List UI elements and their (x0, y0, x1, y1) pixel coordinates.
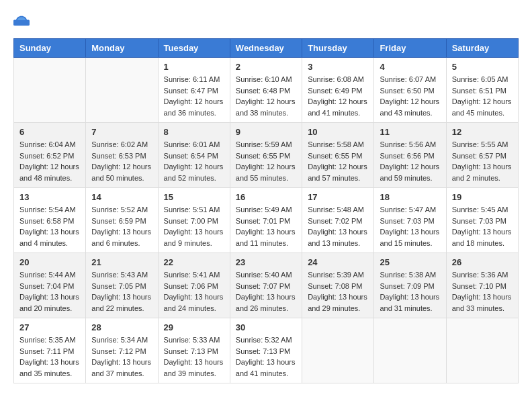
day-info: Sunrise: 6:08 AMSunset: 6:49 PMDaylight:… (308, 74, 368, 118)
day-number: 12 (452, 127, 513, 137)
calendar-cell: 12Sunrise: 5:55 AMSunset: 6:57 PMDayligh… (446, 123, 518, 188)
calendar-week-row: 1Sunrise: 6:11 AMSunset: 6:47 PMDaylight… (14, 58, 519, 123)
day-info: Sunrise: 5:56 AMSunset: 6:56 PMDaylight:… (380, 139, 440, 183)
day-info: Sunrise: 5:39 AMSunset: 7:08 PMDaylight:… (308, 269, 368, 314)
day-info: Sunrise: 5:43 AMSunset: 7:05 PMDaylight:… (91, 269, 152, 314)
day-number: 21 (91, 257, 152, 267)
day-number: 24 (308, 257, 368, 267)
calendar-cell (86, 58, 158, 123)
day-info: Sunrise: 6:07 AMSunset: 6:50 PMDaylight:… (380, 74, 440, 118)
logo-icon (13, 15, 30, 27)
day-number: 9 (236, 127, 296, 137)
calendar-cell: 9Sunrise: 5:59 AMSunset: 6:55 PMDaylight… (230, 123, 302, 188)
day-number: 29 (164, 322, 224, 332)
calendar-cell: 29Sunrise: 5:33 AMSunset: 7:13 PMDayligh… (158, 318, 230, 383)
day-number: 23 (236, 257, 296, 267)
day-number: 3 (308, 62, 368, 72)
day-number: 25 (380, 257, 440, 267)
day-info: Sunrise: 5:38 AMSunset: 7:09 PMDaylight:… (380, 269, 440, 314)
day-number: 18 (380, 192, 440, 202)
day-number: 16 (236, 192, 296, 202)
day-info: Sunrise: 5:40 AMSunset: 7:07 PMDaylight:… (236, 269, 296, 314)
day-info: Sunrise: 6:10 AMSunset: 6:48 PMDaylight:… (236, 74, 296, 118)
day-info: Sunrise: 6:11 AMSunset: 6:47 PMDaylight:… (164, 74, 224, 118)
calendar-cell: 18Sunrise: 5:47 AMSunset: 7:03 PMDayligh… (374, 188, 446, 253)
calendar-cell: 23Sunrise: 5:40 AMSunset: 7:07 PMDayligh… (230, 253, 302, 318)
calendar-cell: 13Sunrise: 5:54 AMSunset: 6:58 PMDayligh… (14, 188, 86, 253)
calendar-cell: 14Sunrise: 5:52 AMSunset: 6:59 PMDayligh… (86, 188, 158, 253)
calendar-week-row: 13Sunrise: 5:54 AMSunset: 6:58 PMDayligh… (14, 188, 519, 253)
calendar-cell (374, 318, 446, 383)
calendar-cell (446, 318, 518, 383)
calendar-header-row: SundayMondayTuesdayWednesdayThursdayFrid… (14, 39, 519, 58)
day-info: Sunrise: 6:01 AMSunset: 6:54 PMDaylight:… (164, 139, 224, 183)
calendar-cell: 30Sunrise: 5:32 AMSunset: 7:13 PMDayligh… (230, 318, 302, 383)
day-number: 6 (19, 127, 80, 137)
header-thursday: Thursday (302, 39, 374, 58)
calendar-cell: 27Sunrise: 5:35 AMSunset: 7:11 PMDayligh… (14, 318, 86, 383)
header-sunday: Sunday (14, 39, 86, 58)
calendar-cell: 8Sunrise: 6:01 AMSunset: 6:54 PMDaylight… (158, 123, 230, 188)
calendar-cell: 28Sunrise: 5:34 AMSunset: 7:12 PMDayligh… (86, 318, 158, 383)
svg-rect-0 (14, 20, 29, 25)
header-monday: Monday (86, 39, 158, 58)
day-number: 2 (236, 62, 296, 72)
day-number: 11 (380, 127, 440, 137)
calendar-cell: 22Sunrise: 5:41 AMSunset: 7:06 PMDayligh… (158, 253, 230, 318)
calendar-week-row: 20Sunrise: 5:44 AMSunset: 7:04 PMDayligh… (14, 253, 519, 318)
day-info: Sunrise: 5:49 AMSunset: 7:01 PMDaylight:… (236, 204, 296, 248)
day-info: Sunrise: 5:36 AMSunset: 7:10 PMDaylight:… (452, 269, 513, 314)
day-number: 1 (164, 62, 224, 72)
day-info: Sunrise: 5:54 AMSunset: 6:58 PMDaylight:… (19, 204, 80, 248)
day-number: 8 (164, 127, 224, 137)
calendar-cell: 25Sunrise: 5:38 AMSunset: 7:09 PMDayligh… (374, 253, 446, 318)
day-number: 19 (452, 192, 513, 202)
day-info: Sunrise: 5:35 AMSunset: 7:11 PMDaylight:… (19, 334, 80, 379)
day-info: Sunrise: 6:04 AMSunset: 6:52 PMDaylight:… (19, 139, 80, 183)
calendar-cell: 4Sunrise: 6:07 AMSunset: 6:50 PMDaylight… (374, 58, 446, 123)
day-number: 17 (308, 192, 368, 202)
day-info: Sunrise: 5:33 AMSunset: 7:13 PMDaylight:… (164, 334, 224, 379)
day-info: Sunrise: 5:51 AMSunset: 7:00 PMDaylight:… (164, 204, 224, 248)
header-wednesday: Wednesday (230, 39, 302, 58)
day-info: Sunrise: 5:47 AMSunset: 7:03 PMDaylight:… (380, 204, 440, 248)
calendar-cell: 15Sunrise: 5:51 AMSunset: 7:00 PMDayligh… (158, 188, 230, 253)
day-info: Sunrise: 5:52 AMSunset: 6:59 PMDaylight:… (91, 204, 152, 248)
calendar-cell: 20Sunrise: 5:44 AMSunset: 7:04 PMDayligh… (14, 253, 86, 318)
day-number: 30 (236, 322, 296, 332)
day-info: Sunrise: 5:44 AMSunset: 7:04 PMDaylight:… (19, 269, 80, 314)
calendar-cell: 1Sunrise: 6:11 AMSunset: 6:47 PMDaylight… (158, 58, 230, 123)
calendar-cell: 11Sunrise: 5:56 AMSunset: 6:56 PMDayligh… (374, 123, 446, 188)
day-info: Sunrise: 5:55 AMSunset: 6:57 PMDaylight:… (452, 139, 513, 183)
day-number: 10 (308, 127, 368, 137)
day-number: 4 (380, 62, 440, 72)
day-number: 7 (91, 127, 152, 137)
calendar-week-row: 27Sunrise: 5:35 AMSunset: 7:11 PMDayligh… (14, 318, 519, 383)
calendar-cell: 21Sunrise: 5:43 AMSunset: 7:05 PMDayligh… (86, 253, 158, 318)
day-number: 14 (91, 192, 152, 202)
header-saturday: Saturday (446, 39, 518, 58)
day-info: Sunrise: 5:48 AMSunset: 7:02 PMDaylight:… (308, 204, 368, 248)
day-info: Sunrise: 5:32 AMSunset: 7:13 PMDaylight:… (236, 334, 296, 379)
day-number: 27 (19, 322, 80, 332)
calendar-cell: 2Sunrise: 6:10 AMSunset: 6:48 PMDaylight… (230, 58, 302, 123)
logo (13, 13, 32, 28)
calendar-cell: 24Sunrise: 5:39 AMSunset: 7:08 PMDayligh… (302, 253, 374, 318)
header-friday: Friday (374, 39, 446, 58)
calendar-cell (14, 58, 86, 123)
day-info: Sunrise: 5:34 AMSunset: 7:12 PMDaylight:… (91, 334, 152, 379)
day-number: 26 (452, 257, 513, 267)
calendar-cell (302, 318, 374, 383)
calendar-cell: 10Sunrise: 5:58 AMSunset: 6:55 PMDayligh… (302, 123, 374, 188)
day-info: Sunrise: 6:02 AMSunset: 6:53 PMDaylight:… (91, 139, 152, 183)
calendar-cell: 19Sunrise: 5:45 AMSunset: 7:03 PMDayligh… (446, 188, 518, 253)
page-header (13, 13, 519, 28)
calendar-cell: 17Sunrise: 5:48 AMSunset: 7:02 PMDayligh… (302, 188, 374, 253)
day-info: Sunrise: 6:05 AMSunset: 6:51 PMDaylight:… (452, 74, 513, 118)
calendar-cell: 5Sunrise: 6:05 AMSunset: 6:51 PMDaylight… (446, 58, 518, 123)
day-number: 20 (19, 257, 80, 267)
calendar-table: SundayMondayTuesdayWednesdayThursdayFrid… (13, 38, 519, 383)
calendar-cell: 7Sunrise: 6:02 AMSunset: 6:53 PMDaylight… (86, 123, 158, 188)
calendar-cell: 6Sunrise: 6:04 AMSunset: 6:52 PMDaylight… (14, 123, 86, 188)
calendar-cell: 3Sunrise: 6:08 AMSunset: 6:49 PMDaylight… (302, 58, 374, 123)
